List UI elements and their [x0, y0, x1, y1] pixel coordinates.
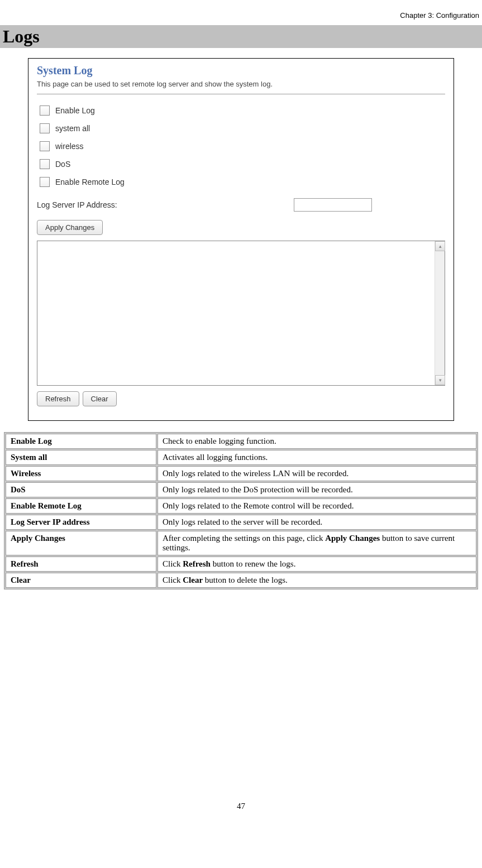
- table-desc-cell: Click Refresh button to renew the logs.: [158, 557, 476, 572]
- checkbox-icon[interactable]: [40, 177, 50, 187]
- system-log-title: System Log: [37, 64, 445, 77]
- log-textarea[interactable]: ▴ ▾: [37, 241, 445, 386]
- table-desc-cell: Activates all logging functions.: [158, 450, 476, 465]
- ip-address-row: Log Server IP Address:: [37, 198, 445, 212]
- table-desc-cell: After completing the settings on this pa…: [158, 531, 476, 555]
- checkbox-dos[interactable]: DoS: [37, 159, 445, 169]
- checkbox-label: DoS: [55, 160, 70, 169]
- apply-button-row: Apply Changes: [37, 220, 445, 235]
- table-label-cell: Enable Remote Log: [6, 498, 156, 514]
- table-label-cell: Wireless: [6, 466, 156, 481]
- checkbox-enable-log[interactable]: Enable Log: [37, 105, 445, 116]
- checkbox-label: Enable Remote Log: [55, 178, 125, 186]
- page-header: Chapter 3: Configuration: [0, 0, 482, 20]
- table-row: Apply ChangesAfter completing the settin…: [6, 531, 476, 555]
- divider: [37, 94, 445, 94]
- table-desc-cell: Only logs related to the server will be …: [158, 515, 476, 530]
- ip-address-label: Log Server IP Address:: [37, 200, 294, 209]
- system-log-panel: System Log This page can be used to set …: [28, 58, 454, 421]
- table-label-cell: DoS: [6, 482, 156, 497]
- scrollbar[interactable]: ▴ ▾: [435, 241, 445, 385]
- table-row: System allActivates all logging function…: [6, 450, 476, 465]
- checkbox-wireless[interactable]: wireless: [37, 141, 445, 151]
- table-row: Log Server IP addressOnly logs related t…: [6, 515, 476, 530]
- table-label-cell: Refresh: [6, 557, 156, 572]
- table-desc-cell: Check to enable logging function.: [158, 434, 476, 449]
- table-label-cell: Clear: [6, 573, 156, 588]
- ip-address-input[interactable]: [294, 198, 372, 212]
- checkbox-icon[interactable]: [40, 123, 50, 133]
- checkbox-label: wireless: [55, 142, 84, 151]
- apply-changes-button[interactable]: Apply Changes: [37, 220, 103, 235]
- table-row: Enable Remote LogOnly logs related to th…: [6, 498, 476, 514]
- clear-button[interactable]: Clear: [83, 391, 117, 406]
- table-row: WirelessOnly logs related to the wireles…: [6, 466, 476, 481]
- system-log-description: This page can be used to set remote log …: [37, 80, 445, 88]
- section-title: Logs: [0, 25, 482, 48]
- checkbox-label: Enable Log: [55, 106, 95, 115]
- checkbox-icon[interactable]: [40, 105, 50, 116]
- table-row: ClearClick Clear button to delete the lo…: [6, 573, 476, 588]
- checkbox-system-all[interactable]: system all: [37, 123, 445, 133]
- table-desc-cell: Only logs related to the Remote control …: [158, 498, 476, 514]
- checkbox-label: system all: [55, 124, 90, 133]
- page-number: 47: [0, 802, 482, 811]
- description-table: Enable LogCheck to enable logging functi…: [4, 432, 478, 589]
- checkbox-icon[interactable]: [40, 141, 50, 151]
- table-row: Enable LogCheck to enable logging functi…: [6, 434, 476, 449]
- table-desc-cell: Only logs related to the DoS protection …: [158, 482, 476, 497]
- table-desc-cell: Click Clear button to delete the logs.: [158, 573, 476, 588]
- table-row: DoSOnly logs related to the DoS protecti…: [6, 482, 476, 497]
- bottom-button-row: Refresh Clear: [37, 391, 445, 406]
- scroll-up-icon[interactable]: ▴: [435, 241, 445, 251]
- table-row: RefreshClick Refresh button to renew the…: [6, 557, 476, 572]
- refresh-button[interactable]: Refresh: [37, 391, 79, 406]
- checkbox-enable-remote-log[interactable]: Enable Remote Log: [37, 177, 445, 187]
- table-label-cell: Apply Changes: [6, 531, 156, 555]
- checkbox-icon[interactable]: [40, 159, 50, 169]
- table-desc-cell: Only logs related to the wireless LAN wi…: [158, 466, 476, 481]
- table-label-cell: System all: [6, 450, 156, 465]
- table-label-cell: Enable Log: [6, 434, 156, 449]
- scroll-down-icon[interactable]: ▾: [435, 375, 445, 385]
- table-label-cell: Log Server IP address: [6, 515, 156, 530]
